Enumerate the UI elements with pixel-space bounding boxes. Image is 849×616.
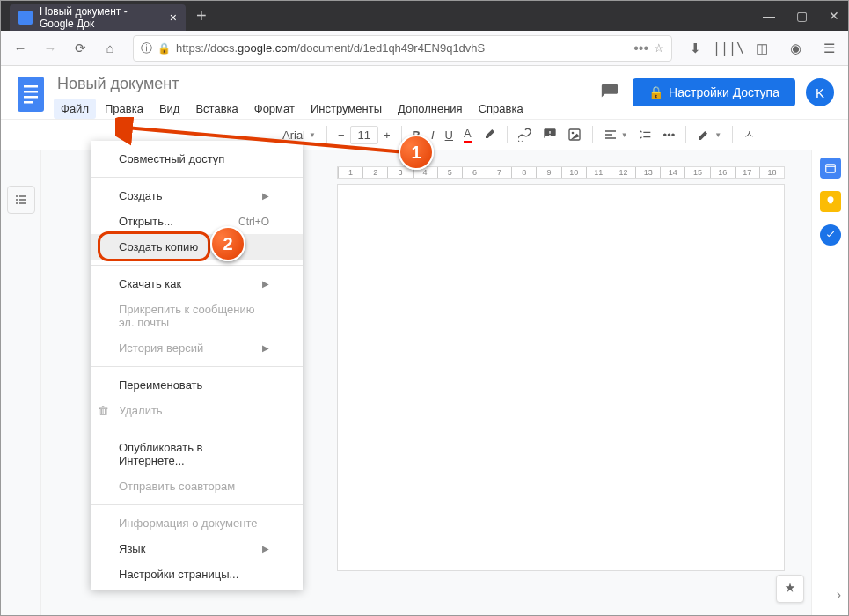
lock-icon: 🔒	[157, 42, 171, 55]
docs-favicon	[18, 11, 33, 25]
hamburger-menu-icon[interactable]: ☰	[816, 36, 841, 61]
svg-rect-2	[24, 91, 38, 93]
browser-nav-bar: ← → ⟳ ⌂ ⓘ 🔒 https://docs.google.com/docu…	[1, 31, 848, 66]
window-minimize-icon[interactable]: —	[763, 9, 775, 23]
window-close-icon[interactable]: ✕	[829, 9, 839, 23]
menu-item-email-attachment: Прикрепить к сообщению эл. почты	[91, 297, 303, 335]
lock-icon: 🔒	[648, 85, 663, 99]
more-options-button[interactable]: •••	[658, 125, 681, 145]
url-text: https://docs.google.com/document/d/1ed1q…	[176, 41, 628, 55]
sidebar-toggle-icon[interactable]: ◫	[750, 36, 774, 61]
insert-comment-button[interactable]	[538, 124, 562, 145]
user-avatar[interactable]: K	[806, 78, 834, 106]
menu-bar: Файл Правка Вид Вставка Формат Инструмен…	[54, 99, 597, 119]
svg-rect-1	[24, 85, 38, 88]
menu-insert[interactable]: Вставка	[188, 99, 245, 119]
menu-item-version-history[interactable]: История версий▶	[91, 335, 303, 361]
highlight-button[interactable]	[477, 124, 501, 145]
tab-title: Новый документ - Google Док	[40, 5, 161, 30]
document-title[interactable]: Новый документ	[54, 73, 597, 95]
file-menu-dropdown: Совместный доступ Создать▶ Открыть...Ctr…	[91, 141, 303, 590]
annotation-step-1: 1	[399, 135, 434, 170]
menu-item-delete: 🗑 Удалить	[91, 398, 303, 423]
svg-rect-0	[18, 77, 44, 112]
scroll-right-caret-icon[interactable]: ›	[837, 587, 841, 603]
line-spacing-button[interactable]	[633, 124, 658, 145]
font-size-decrease[interactable]: −	[333, 125, 350, 145]
menu-item-open[interactable]: Открыть...Ctrl+O	[91, 209, 303, 234]
editing-mode-button[interactable]: ▼	[692, 124, 727, 145]
nav-home-icon[interactable]: ⌂	[98, 36, 122, 61]
menu-item-language[interactable]: Язык▶	[91, 536, 303, 561]
docs-logo-icon[interactable]	[15, 73, 47, 115]
new-tab-button[interactable]: +	[196, 6, 207, 26]
keep-sidebar-icon[interactable]	[820, 191, 841, 212]
submenu-arrow-icon: ▶	[262, 544, 269, 554]
menu-view[interactable]: Вид	[152, 99, 187, 119]
menu-item-new[interactable]: Создать▶	[91, 183, 303, 209]
submenu-arrow-icon: ▶	[262, 191, 269, 201]
docs-header: Новый документ Файл Правка Вид Вставка Ф…	[1, 66, 848, 119]
hide-menus-button[interactable]: ㅅ	[738, 123, 760, 146]
annotation-step-2: 2	[210, 226, 245, 261]
font-size-increase[interactable]: +	[378, 125, 396, 145]
menu-item-share[interactable]: Совместный доступ	[91, 146, 303, 172]
menu-edit[interactable]: Правка	[98, 99, 150, 119]
bookmark-icon[interactable]: ☆	[654, 41, 664, 55]
menu-item-publish[interactable]: Опубликовать в Интернете...	[91, 435, 303, 473]
share-button-label: Настройки Доступа	[669, 85, 779, 99]
calendar-sidebar-icon[interactable]	[820, 158, 841, 179]
tasks-sidebar-icon[interactable]	[820, 224, 841, 246]
annotation-highlight-make-copy	[98, 231, 210, 261]
font-size-value[interactable]: 11	[350, 126, 378, 144]
menu-format[interactable]: Формат	[247, 99, 302, 119]
outline-toggle-icon[interactable]	[7, 186, 35, 214]
nav-reload-icon[interactable]: ⟳	[68, 36, 92, 61]
menu-item-doc-info: Информация о документе	[91, 510, 303, 536]
document-page[interactable]	[337, 184, 785, 571]
window-maximize-icon[interactable]: ▢	[796, 9, 808, 23]
menu-item-email-collaborators: Отправить соавторам	[91, 473, 303, 499]
align-button[interactable]: ▼	[598, 124, 633, 145]
close-tab-icon[interactable]: ×	[170, 11, 177, 25]
submenu-arrow-icon: ▶	[262, 343, 269, 353]
menu-addons[interactable]: Дополнения	[391, 99, 470, 119]
menu-shortcut: Ctrl+O	[238, 216, 269, 228]
insert-image-button[interactable]	[562, 124, 587, 145]
underline-button[interactable]: U	[440, 125, 458, 145]
menu-help[interactable]: Справка	[472, 99, 531, 119]
horizontal-ruler[interactable]: 1 2 3 4 5 6 7 8 9 10 11 12 13 14 15 16 1…	[337, 166, 785, 179]
adblock-icon[interactable]: ◉	[783, 36, 808, 61]
share-button[interactable]: 🔒 Настройки Доступа	[633, 78, 795, 106]
nav-back-icon[interactable]: ←	[8, 36, 33, 61]
nav-forward-icon[interactable]: →	[38, 36, 62, 61]
window-controls: — ▢ ✕	[763, 9, 839, 23]
browser-tab[interactable]: Новый документ - Google Док ×	[10, 4, 186, 31]
library-icon[interactable]: |||\	[716, 36, 741, 61]
svg-rect-7	[825, 165, 835, 172]
comments-icon[interactable]	[597, 80, 622, 105]
menu-item-download[interactable]: Скачать как▶	[91, 271, 303, 297]
svg-rect-3	[24, 96, 38, 99]
menu-item-rename[interactable]: Переименовать	[91, 372, 303, 398]
site-info-icon[interactable]: ⓘ	[141, 40, 152, 56]
page-actions-icon[interactable]: •••	[633, 40, 648, 56]
right-rail	[811, 150, 848, 616]
explore-button[interactable]	[776, 575, 804, 603]
url-bar[interactable]: ⓘ 🔒 https://docs.google.com/document/d/1…	[133, 35, 672, 62]
menu-item-page-setup[interactable]: Настройки страницы...	[91, 561, 303, 587]
browser-tab-strip: Новый документ - Google Док × + — ▢ ✕	[1, 1, 848, 31]
svg-rect-4	[24, 101, 33, 104]
trash-icon: 🗑	[98, 404, 109, 417]
insert-link-button[interactable]	[513, 124, 538, 145]
menu-tools[interactable]: Инструменты	[304, 99, 389, 119]
left-rail	[1, 150, 41, 616]
submenu-arrow-icon: ▶	[262, 279, 269, 289]
text-color-button[interactable]: A	[458, 123, 477, 147]
menu-file[interactable]: Файл	[54, 99, 96, 119]
downloads-icon[interactable]: ⬇	[683, 36, 707, 61]
svg-point-6	[571, 132, 574, 135]
